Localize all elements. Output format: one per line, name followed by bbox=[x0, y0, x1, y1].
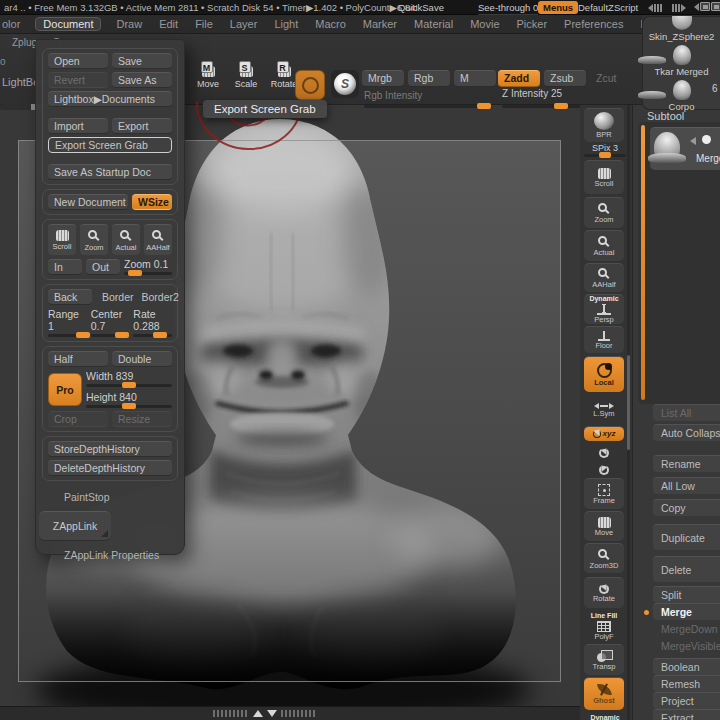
wsize-button[interactable]: WSize bbox=[132, 194, 172, 210]
zoom3d-button[interactable]: Zoom3D bbox=[584, 543, 624, 573]
width-handle[interactable] bbox=[122, 382, 136, 388]
spix-handle[interactable] bbox=[599, 152, 611, 158]
menu-item[interactable]: Material bbox=[412, 17, 455, 31]
polyframe-button[interactable]: Line FillPolyF bbox=[584, 610, 624, 642]
ghost-button[interactable]: Ghost bbox=[584, 677, 624, 710]
menu-item[interactable]: olor bbox=[0, 17, 22, 31]
move-3d-button[interactable]: Move bbox=[584, 511, 624, 541]
zoom-slider-handle[interactable] bbox=[128, 270, 142, 276]
rail-scrollbar-thumb[interactable] bbox=[627, 355, 630, 450]
revert-button[interactable]: Revert bbox=[48, 72, 108, 88]
height-slider[interactable]: Height 840 bbox=[86, 391, 172, 408]
swap-panels-icon[interactable] bbox=[694, 2, 720, 11]
actual-button[interactable]: Actual bbox=[112, 224, 140, 255]
collapse-down-icon[interactable] bbox=[267, 710, 277, 717]
subtool-button[interactable]: Duplicate bbox=[653, 524, 720, 550]
pro-button[interactable]: Pro bbox=[48, 373, 82, 406]
zapplink-button[interactable]: ZAppLink bbox=[39, 511, 111, 541]
tray-resize-handle[interactable] bbox=[213, 710, 317, 717]
menu-item[interactable]: Draw bbox=[114, 17, 144, 31]
range-handle[interactable] bbox=[76, 332, 90, 338]
zoom-slider[interactable]: Zoom 0.1 bbox=[124, 258, 172, 275]
subtool-button[interactable]: MergeDown bbox=[653, 620, 720, 637]
zoom-canvas-button[interactable]: Zoom bbox=[584, 197, 624, 228]
scroll-canvas-button[interactable]: Scroll bbox=[584, 160, 624, 194]
range-slider[interactable]: Range 1 bbox=[48, 308, 87, 337]
save-as-startup-doc-button[interactable]: Save As Startup Doc bbox=[48, 164, 172, 180]
scroll-button[interactable]: Scroll bbox=[48, 224, 76, 255]
border-button[interactable]: Border bbox=[100, 291, 136, 303]
rgb-intensity-handle[interactable] bbox=[477, 103, 491, 109]
subtool-arrow-icon[interactable] bbox=[690, 137, 696, 145]
spix-slider[interactable]: SPix 3 bbox=[584, 143, 626, 157]
rotate-z-icon-button[interactable] bbox=[584, 462, 624, 476]
frame-button[interactable]: Frame bbox=[584, 478, 624, 509]
subtool-button[interactable]: Auto Collapse bbox=[653, 424, 720, 441]
new-document-button[interactable]: New Document bbox=[48, 194, 128, 210]
back-button[interactable]: Back bbox=[48, 289, 92, 305]
subtool-button[interactable]: Project bbox=[653, 692, 720, 709]
tool-thumbnail-item[interactable]: Skin_ZSphere2 bbox=[643, 17, 720, 42]
transparency-button[interactable]: Transp bbox=[584, 644, 624, 675]
zadd-button[interactable]: Zadd bbox=[498, 70, 540, 87]
local-symmetry-button[interactable]: Local bbox=[584, 356, 624, 392]
lsym-button[interactable]: L.Sym bbox=[584, 398, 624, 422]
aahalf-button[interactable]: AAHalf bbox=[584, 263, 624, 292]
import-button[interactable]: Import bbox=[48, 118, 108, 134]
dynamic-persp-button[interactable]: DynamicPersp bbox=[584, 294, 624, 324]
rgb-button[interactable]: Rgb bbox=[408, 70, 450, 87]
subtool-button[interactable]: Boolean bbox=[653, 658, 720, 675]
m-button[interactable]: M bbox=[454, 70, 496, 87]
double-button[interactable]: Double bbox=[112, 351, 172, 367]
subtool-button[interactable]: Remesh bbox=[653, 675, 720, 692]
scale-button[interactable]: S Scale bbox=[228, 66, 264, 89]
scroll-shelf-right-icon[interactable] bbox=[672, 3, 686, 12]
subtool-button[interactable]: All Low bbox=[653, 477, 720, 494]
move-button[interactable]: M Move bbox=[190, 66, 226, 89]
open-button[interactable]: Open bbox=[48, 53, 108, 69]
rotate-y-icon-button[interactable] bbox=[584, 445, 624, 459]
save-as-button[interactable]: Save As bbox=[112, 72, 172, 88]
z-intensity-handle[interactable] bbox=[554, 103, 568, 109]
paintstop-item[interactable]: PaintStop bbox=[64, 491, 184, 503]
default-zscript-button[interactable]: DefaultZScript bbox=[578, 1, 638, 14]
tool-thumbnail-item[interactable]: Tkar Merged bbox=[643, 42, 720, 77]
zapplink-properties-item[interactable]: ZAppLink Properties bbox=[64, 549, 184, 561]
subtool-button[interactable]: Extract bbox=[653, 709, 720, 720]
rate-slider[interactable]: Rate 0.288 bbox=[133, 308, 172, 337]
menu-item[interactable]: Picker bbox=[515, 17, 550, 31]
rgb-intensity-slider[interactable] bbox=[364, 105, 492, 108]
delete-depth-history-button[interactable]: DeleteDepthHistory bbox=[48, 460, 172, 476]
center-handle[interactable] bbox=[115, 332, 129, 338]
export-screen-grab-button[interactable]: Export Screen Grab bbox=[48, 137, 172, 153]
zcut-button[interactable]: Zcut bbox=[590, 70, 630, 87]
crop-button[interactable]: Crop bbox=[48, 411, 108, 427]
menu-item[interactable]: Layer bbox=[228, 17, 260, 31]
menu-item[interactable]: File bbox=[193, 17, 215, 31]
height-handle[interactable] bbox=[122, 403, 136, 409]
scroll-shelf-left-icon[interactable] bbox=[648, 3, 662, 12]
floor-button[interactable]: Floor bbox=[584, 326, 624, 353]
subtool-scrollbar[interactable] bbox=[641, 125, 645, 400]
actual-size-button[interactable]: Actual bbox=[584, 230, 624, 261]
zsub-button[interactable]: Zsub bbox=[544, 70, 586, 87]
subtool-button[interactable]: Copy bbox=[653, 499, 720, 516]
menu-item[interactable]: Preferences bbox=[562, 17, 625, 31]
export-button[interactable]: Export bbox=[112, 118, 172, 134]
subtool-button[interactable]: List All bbox=[653, 404, 720, 421]
save-button[interactable]: Save bbox=[112, 53, 172, 69]
zplugin-menu-fragment[interactable]: Zplug bbox=[12, 37, 37, 48]
subtool-item[interactable]: Merge bbox=[650, 127, 720, 170]
subtool-button[interactable]: Delete bbox=[653, 556, 720, 582]
visibility-eye-icon[interactable] bbox=[702, 135, 711, 144]
half-button[interactable]: Half bbox=[48, 351, 108, 367]
menu-item[interactable]: Movie bbox=[468, 17, 501, 31]
see-through-slider[interactable]: See-through 0 bbox=[478, 1, 538, 16]
width-slider[interactable]: Width 839 bbox=[86, 370, 172, 387]
aahalf-button[interactable]: AAHalf bbox=[144, 224, 172, 255]
xyz-symmetry-button[interactable]: xyz bbox=[584, 426, 624, 441]
menu-item[interactable]: Document bbox=[35, 17, 101, 31]
zoom-in-button[interactable]: In bbox=[48, 259, 82, 275]
subtool-button[interactable]: MergeVisible bbox=[653, 637, 720, 654]
resize-button[interactable]: Resize bbox=[112, 411, 172, 427]
